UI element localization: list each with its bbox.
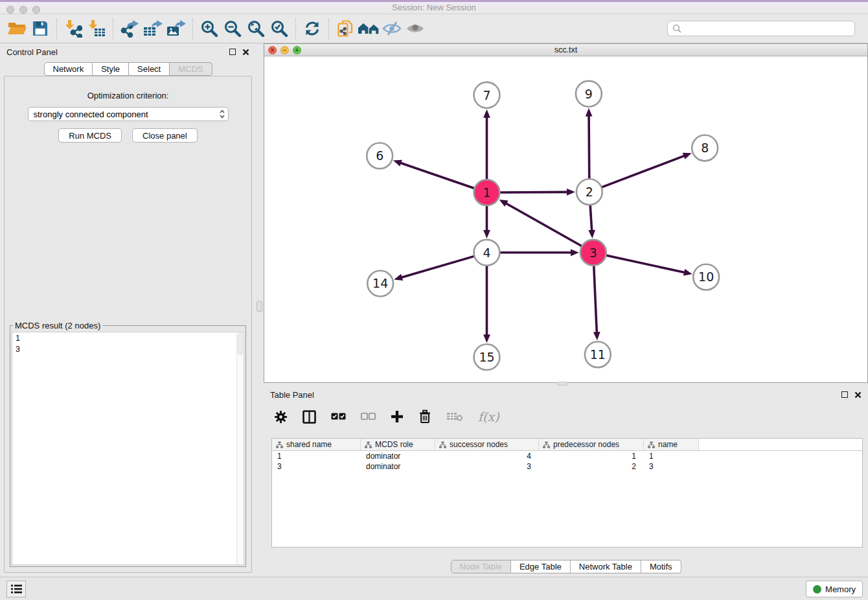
function-builder-button[interactable]: f(x): [478, 410, 499, 424]
close-window-button[interactable]: [6, 6, 14, 14]
edge-3-1[interactable]: [505, 203, 582, 246]
memory-button[interactable]: Memory: [806, 581, 863, 597]
edge-arrowhead: [683, 153, 692, 159]
table-settings-button[interactable]: [274, 410, 288, 424]
open-session-button[interactable]: [5, 17, 29, 40]
edge-4-14[interactable]: [401, 256, 475, 277]
task-history-button[interactable]: [6, 581, 26, 597]
export-image-icon: [166, 19, 187, 38]
export-table-button[interactable]: [141, 17, 165, 40]
edge-3-11[interactable]: [594, 266, 597, 334]
column-header-shared-name[interactable]: shared name: [272, 439, 361, 451]
vertical-splitter[interactable]: [256, 43, 264, 577]
minimize-window-button[interactable]: [19, 6, 27, 14]
import-table-button[interactable]: [85, 17, 108, 40]
tab-mcds[interactable]: MCDS: [170, 62, 212, 76]
column-header-successor-nodes[interactable]: successor nodes: [435, 439, 539, 451]
column-header-predecessor-nodes[interactable]: predecessor nodes: [539, 439, 644, 451]
deselect-all-button[interactable]: [361, 413, 376, 421]
show-columns-button[interactable]: [303, 410, 316, 424]
search-input[interactable]: [685, 24, 850, 34]
tab-network[interactable]: Network: [43, 62, 93, 76]
toolbar-separator: [295, 18, 296, 39]
network-canvas[interactable]: 7968124314101511: [264, 57, 867, 382]
columns-icon: [303, 410, 316, 424]
network-window-title: scc.txt: [264, 44, 867, 56]
float-table-panel-icon[interactable]: [841, 391, 848, 398]
network-node-7[interactable]: 7: [474, 82, 500, 108]
result-scrollbar[interactable]: [236, 332, 244, 564]
search-box[interactable]: [667, 21, 855, 36]
show-all-button[interactable]: [404, 17, 427, 40]
tab-select[interactable]: Select: [129, 62, 170, 76]
delete-table-button[interactable]: [446, 411, 463, 422]
table-cell: 1: [539, 451, 644, 461]
edge-1-6[interactable]: [400, 163, 474, 189]
refresh-button[interactable]: [301, 17, 324, 40]
network-node-4[interactable]: 4: [474, 240, 500, 266]
network-node-9[interactable]: 9: [576, 81, 602, 107]
network-node-14[interactable]: 14: [367, 271, 393, 297]
edge-arrowhead: [483, 110, 490, 118]
column-header-name[interactable]: name: [644, 439, 699, 451]
hide-selected-button[interactable]: [380, 17, 404, 40]
network-node-10[interactable]: 10: [693, 264, 719, 290]
optimization-criterion-select[interactable]: strongly connected component: [28, 107, 229, 121]
save-session-button[interactable]: [29, 17, 52, 40]
zoom-fit-button[interactable]: [244, 17, 268, 40]
edge-2-8[interactable]: [601, 156, 685, 187]
table-tab-network-table[interactable]: Network Table: [571, 560, 641, 573]
export-network-button[interactable]: [118, 17, 141, 40]
network-window-titlebar[interactable]: × − + scc.txt: [264, 44, 867, 56]
edge-3-10[interactable]: [606, 255, 685, 273]
network-node-15[interactable]: 15: [474, 344, 500, 370]
select-all-button[interactable]: [331, 413, 346, 421]
edge-2-9[interactable]: [589, 115, 589, 179]
horizontal-splitter-grip[interactable]: [557, 382, 567, 386]
zoom-in-icon: [200, 19, 218, 38]
zoom-out-button[interactable]: [221, 17, 244, 40]
first-neighbors-button[interactable]: [357, 17, 380, 40]
table-row[interactable]: 3dominator323: [272, 461, 862, 472]
clone-network-button[interactable]: [334, 17, 357, 40]
tab-style[interactable]: Style: [93, 62, 129, 76]
table-tab-node-table[interactable]: Node Table: [450, 560, 511, 573]
import-network-button[interactable]: [62, 17, 85, 40]
run-mcds-button[interactable]: Run MCDS: [58, 128, 122, 143]
network-node-1[interactable]: 1: [474, 179, 500, 205]
add-row-button[interactable]: [391, 410, 404, 423]
table-tab-motifs[interactable]: Motifs: [641, 560, 681, 573]
zoom-in-button[interactable]: [198, 17, 221, 40]
select-stepper-icon: [219, 109, 225, 119]
float-panel-icon[interactable]: [229, 49, 236, 55]
network-node-6[interactable]: 6: [367, 143, 393, 168]
close-panel-icon[interactable]: [242, 49, 249, 56]
export-image-button[interactable]: [165, 17, 188, 40]
delete-row-button[interactable]: [418, 410, 431, 424]
edge-arrowhead: [683, 269, 692, 276]
table-cell: 4: [435, 451, 539, 461]
table-row[interactable]: 1dominator411: [272, 451, 862, 461]
column-header-mcds-role[interactable]: MCDS role: [361, 439, 435, 451]
network-close-button[interactable]: ×: [268, 46, 277, 54]
network-maximize-button[interactable]: +: [293, 46, 301, 54]
edge-arrowhead: [588, 230, 595, 238]
table-tab-edge-table[interactable]: Edge Table: [511, 560, 571, 573]
edge-2-3[interactable]: [590, 205, 592, 231]
edge-arrowhead: [593, 332, 600, 340]
node-label: 9: [585, 87, 593, 101]
table-cell: dominator: [361, 451, 435, 461]
mcds-result-text[interactable]: 1 3: [12, 332, 236, 564]
edge-1-2[interactable]: [499, 192, 568, 192]
network-node-3[interactable]: 3: [580, 240, 606, 266]
node-label: 11: [590, 347, 606, 362]
network-node-8[interactable]: 8: [692, 135, 718, 161]
trash-icon: [418, 410, 431, 424]
close-panel-button[interactable]: Close panel: [132, 128, 198, 143]
network-minimize-button[interactable]: −: [280, 46, 289, 54]
zoom-selected-button[interactable]: [268, 17, 291, 40]
close-table-panel-icon[interactable]: [854, 391, 862, 398]
network-node-2[interactable]: 2: [577, 179, 602, 205]
maximize-window-button[interactable]: [32, 6, 40, 14]
network-node-11[interactable]: 11: [585, 341, 611, 367]
